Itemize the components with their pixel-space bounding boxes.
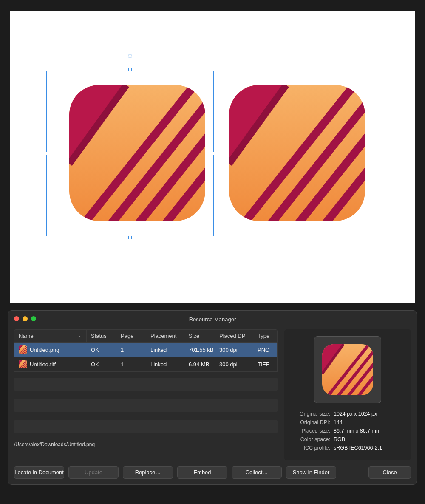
sort-indicator-icon: ︿ bbox=[78, 333, 82, 339]
placed-size-label: Placed size: bbox=[291, 428, 334, 434]
original-dpi-value: 144 bbox=[334, 419, 343, 425]
placed-image-2[interactable] bbox=[229, 85, 365, 221]
resize-handle-sw[interactable] bbox=[45, 236, 48, 239]
window-zoom-icon[interactable] bbox=[31, 316, 36, 321]
column-header-size[interactable]: Size bbox=[184, 330, 215, 342]
close-button[interactable]: Close bbox=[368, 466, 411, 479]
file-type: TIFF bbox=[253, 358, 277, 371]
resize-handle-w[interactable] bbox=[45, 152, 48, 155]
original-size-value: 1024 px x 1024 px bbox=[334, 411, 377, 417]
file-icon bbox=[19, 360, 27, 368]
resource-manager-dialog: Resource Manager Name ︿ Status Page Plac… bbox=[8, 310, 417, 485]
column-header-dpi[interactable]: Placed DPI bbox=[215, 330, 253, 342]
column-header-name[interactable]: Name ︿ bbox=[14, 330, 87, 342]
preview-thumbnail bbox=[314, 336, 381, 403]
window-close-icon[interactable] bbox=[14, 316, 19, 321]
column-header-placement[interactable]: Placement bbox=[146, 330, 184, 342]
resize-handle-s[interactable] bbox=[128, 236, 132, 239]
icc-profile-label: ICC profile: bbox=[291, 445, 334, 451]
file-size: 701.55 kB bbox=[184, 344, 215, 356]
file-icon bbox=[19, 345, 27, 354]
column-header-status[interactable]: Status bbox=[87, 330, 116, 342]
color-space-value: RGB bbox=[334, 436, 345, 442]
dialog-title: Resource Manager bbox=[189, 316, 236, 323]
show-in-finder-button[interactable]: Show in Finder bbox=[286, 466, 336, 479]
resize-handle-ne[interactable] bbox=[212, 68, 215, 71]
column-header-type[interactable]: Type bbox=[253, 330, 277, 342]
placeholder-stripe bbox=[14, 399, 278, 412]
table-row[interactable]: Untitled.pngOK1Linked701.55 kB300 dpiPNG bbox=[14, 343, 277, 357]
window-minimize-icon[interactable] bbox=[23, 316, 28, 321]
column-header-page[interactable]: Page bbox=[116, 330, 146, 342]
file-placement: Linked bbox=[146, 358, 184, 371]
resize-handle-nw[interactable] bbox=[45, 68, 48, 71]
placed-image-1[interactable] bbox=[69, 85, 205, 221]
replace-button[interactable]: Replace… bbox=[123, 466, 173, 479]
original-size-label: Original size: bbox=[291, 411, 334, 417]
file-type: PNG bbox=[253, 344, 277, 356]
preview-pane: Original size:1024 px x 1024 px Original… bbox=[284, 329, 411, 460]
file-path-label: /Users/alex/Downloads/Untitled.png bbox=[14, 442, 278, 447]
rotation-handle[interactable] bbox=[128, 54, 132, 58]
file-dpi: 300 dpi bbox=[215, 358, 253, 371]
table-row[interactable]: Untitled.tiffOK1Linked6.94 MB300 dpiTIFF bbox=[14, 357, 277, 371]
placeholder-stripe bbox=[14, 420, 278, 433]
file-name: Untitled.tiff bbox=[30, 361, 56, 368]
icc-profile-value: sRGB IEC61966-2.1 bbox=[334, 445, 382, 451]
original-dpi-label: Original DPI: bbox=[291, 419, 334, 425]
resource-table-header: Name ︿ Status Page Placement Size Placed… bbox=[14, 329, 278, 343]
file-page: 1 bbox=[116, 358, 146, 371]
resize-handle-e[interactable] bbox=[212, 152, 215, 155]
file-status: OK bbox=[87, 344, 116, 356]
file-size: 6.94 MB bbox=[184, 358, 215, 371]
resize-handle-se[interactable] bbox=[212, 236, 215, 239]
update-button[interactable]: Update bbox=[68, 466, 119, 479]
placeholder-stripe bbox=[14, 378, 278, 391]
locate-button[interactable]: Locate in Document bbox=[14, 466, 64, 479]
document-canvas[interactable] bbox=[10, 11, 415, 303]
file-placement: Linked bbox=[146, 344, 184, 356]
file-dpi: 300 dpi bbox=[215, 344, 253, 356]
resize-handle-n[interactable] bbox=[128, 68, 132, 71]
color-space-label: Color space: bbox=[291, 436, 334, 442]
file-page: 1 bbox=[116, 344, 146, 356]
collect-button[interactable]: Collect… bbox=[232, 466, 282, 479]
file-name: Untitled.png bbox=[30, 347, 59, 353]
placed-size-value: 86.7 mm x 86.7 mm bbox=[334, 428, 380, 434]
file-status: OK bbox=[87, 358, 116, 371]
embed-button[interactable]: Embed bbox=[177, 466, 227, 479]
